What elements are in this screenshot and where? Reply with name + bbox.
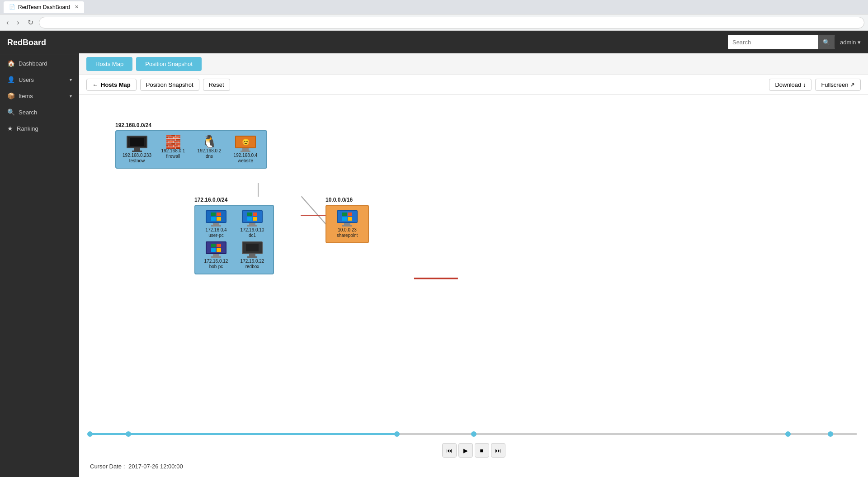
nav-forward-btn[interactable]: ›: [14, 18, 22, 28]
browser-nav-bar: ‹ › ↻: [0, 14, 868, 31]
download-btn[interactable]: Download ↓: [769, 79, 811, 91]
svg-rect-3: [217, 213, 221, 216]
skip-back-btn[interactable]: ⏮: [442, 443, 457, 458]
play-btn[interactable]: ▶: [458, 443, 473, 458]
timeline-dot-2[interactable]: [394, 431, 400, 437]
host-ip: 172.16.0.22: [241, 259, 264, 264]
svg-rect-11: [217, 244, 221, 247]
tux-icon: 🐧: [202, 136, 217, 148]
search-wrap: 🔍: [728, 35, 835, 49]
hosts-map-btn[interactable]: ← Hosts Map: [86, 79, 137, 91]
chevron-down-icon: ▾: [70, 77, 72, 82]
timeline-dot-1[interactable]: [126, 431, 131, 437]
sidebar-item-label: Dashboard: [19, 60, 47, 67]
host-website[interactable]: 😊 192.168.0.4 website: [229, 136, 262, 163]
subnet-172-container: 172.16.0.0/24: [194, 197, 274, 274]
address-bar[interactable]: [39, 17, 864, 28]
host-ip: 172.16.0.12: [204, 259, 228, 264]
host-name: redbox: [245, 264, 259, 269]
host-dns[interactable]: 🐧 192.168.0.2 dns: [193, 136, 226, 163]
sidebar-item-dashboard[interactable]: 🏠 Dashboard: [0, 55, 79, 71]
sidebar-item-ranking[interactable]: ★ Ranking: [0, 120, 79, 137]
sidebar-item-users[interactable]: 👤 Users ▾: [0, 71, 79, 88]
hosts-map-top-btn[interactable]: Hosts Map: [86, 57, 132, 71]
arrow-left-icon: ←: [92, 81, 98, 88]
subnet-10-label: 10.0.0.0/16: [326, 197, 369, 203]
nav-back-btn[interactable]: ‹: [4, 18, 11, 28]
reset-btn[interactable]: Reset: [203, 79, 230, 91]
subnet-192-container: 192.168.0.0/24 192.168.0.233 testnow: [115, 122, 267, 169]
monitor-win2-icon: [241, 210, 264, 227]
search-button[interactable]: 🔍: [818, 35, 835, 49]
timeline-track[interactable]: [90, 430, 857, 438]
host-sharepoint[interactable]: 10.0.0.23 sharepoint: [331, 210, 363, 238]
host-name: sharepoint: [337, 233, 358, 238]
sidebar-item-label: Ranking: [17, 125, 38, 132]
monitor-win4-icon: [336, 210, 359, 227]
timeline-line-active: [90, 433, 397, 435]
sidebar-item-search[interactable]: 🔍 Search: [0, 104, 79, 120]
host-name: dc1: [249, 233, 256, 238]
svg-rect-8: [247, 217, 252, 221]
tab-close-btn[interactable]: ✕: [75, 4, 79, 10]
timeline-area: ⏮ ▶ ■ ⏭ Cursor Date : 2017-07-26 12:00:0…: [79, 423, 868, 477]
host-bob-pc[interactable]: 172.16.0.12 bob-pc: [200, 241, 232, 269]
browser-tab[interactable]: 📄 RedTeam DashBoard ✕: [4, 1, 84, 13]
users-icon: 👤: [7, 76, 15, 83]
svg-rect-16: [342, 217, 347, 221]
subnet-10-container: 10.0.0.0/16: [326, 197, 369, 243]
connector-line-v: [258, 183, 259, 197]
subnet-10-box: 10.0.0.23 sharepoint: [326, 205, 369, 243]
fullscreen-btn[interactable]: Fullscreen ↗: [815, 79, 861, 91]
map-toolbar-right: Download ↓ Fullscreen ↗: [769, 79, 861, 91]
position-snapshot-btn[interactable]: Position Snapshot: [140, 79, 199, 91]
timeline-dot-3[interactable]: [471, 431, 476, 437]
host-ip: 10.0.0.23: [338, 227, 357, 233]
timeline-dot-0[interactable]: [87, 431, 93, 437]
tab-title: RedTeam DashBoard: [18, 4, 70, 10]
map-area: 192.168.0.0/24 192.168.0.233 testnow: [79, 95, 868, 423]
host-redbox[interactable]: 172.16.0.22 redbox: [236, 241, 269, 269]
map-toolbar: ← Hosts Map Position Snapshot Reset Down…: [79, 75, 868, 95]
host-name: bob-pc: [209, 264, 223, 269]
cursor-date: Cursor Date : 2017-07-26 12:00:00: [90, 463, 857, 470]
host-ip: 172.16.0.10: [241, 227, 264, 233]
host-ip: 192.168.0.233: [123, 153, 151, 158]
nav-reload-btn[interactable]: ↻: [25, 17, 36, 28]
monitor-dark2-icon: [241, 241, 264, 259]
svg-rect-10: [211, 244, 216, 247]
sidebar-item-label: Search: [19, 109, 37, 116]
firewall-icon: 🧱: [165, 136, 181, 148]
sidebar-item-items[interactable]: 📦 Items ▾: [0, 88, 79, 104]
subnet-172-box: 172.16.0.4 user-pc: [194, 205, 274, 274]
tab-favicon: 📄: [9, 4, 15, 10]
topbar: 🔍 admin ▾: [79, 31, 868, 53]
host-ip: 192.168.0.4: [234, 153, 258, 158]
search-input[interactable]: [728, 39, 818, 46]
ranking-icon: ★: [7, 125, 13, 132]
skip-forward-btn[interactable]: ⏭: [491, 443, 505, 458]
monitor-win3-icon: [205, 241, 227, 259]
timeline-controls: ⏮ ▶ ■ ⏭: [90, 443, 857, 458]
svg-rect-12: [211, 248, 216, 252]
user-menu[interactable]: admin ▾: [840, 39, 861, 46]
position-snapshot-top-btn[interactable]: Position Snapshot: [136, 57, 202, 71]
host-name: testnow: [129, 158, 145, 163]
stop-btn[interactable]: ■: [475, 443, 489, 458]
svg-rect-7: [253, 213, 257, 216]
sidebar: RedBoard 🏠 Dashboard 👤 Users ▾ 📦 Items ▾…: [0, 31, 79, 477]
sidebar-brand: RedBoard: [0, 31, 79, 55]
svg-rect-17: [348, 217, 352, 221]
browser-tab-bar: 📄 RedTeam DashBoard ✕: [0, 0, 868, 14]
chevron-down-icon: ▾: [70, 94, 72, 99]
host-user-pc[interactable]: 172.16.0.4 user-pc: [200, 210, 232, 238]
timeline-dot-5[interactable]: [828, 431, 833, 437]
dashboard-icon: 🏠: [7, 60, 15, 67]
monitor-orange-icon: 😊: [234, 136, 257, 153]
host-name: website: [238, 158, 253, 163]
timeline-dot-4[interactable]: [785, 431, 791, 437]
host-dc1[interactable]: 172.16.0.10 dc1: [236, 210, 269, 238]
sidebar-item-label: Users: [19, 76, 34, 83]
host-testnow[interactable]: 192.168.0.233 testnow: [121, 136, 153, 163]
host-firewall[interactable]: 🧱 192.168.0.1 firewall: [157, 136, 189, 163]
